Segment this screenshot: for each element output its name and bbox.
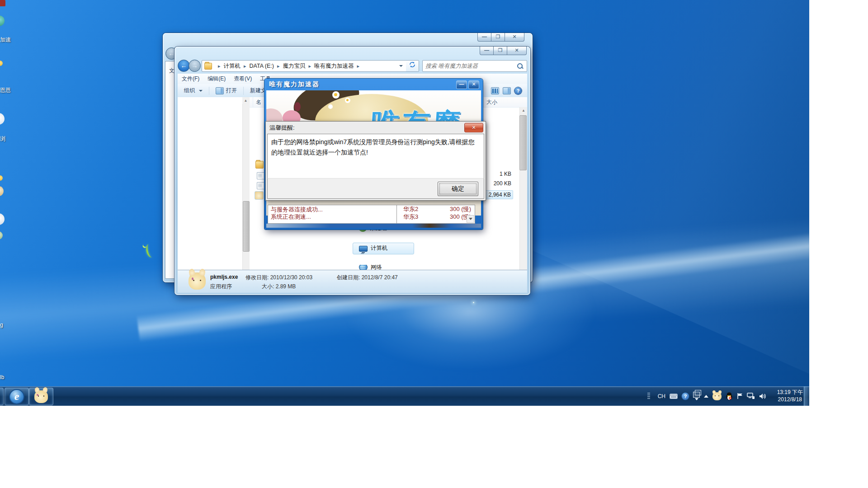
file-row-exe-icon[interactable] <box>255 191 264 200</box>
show-hidden-icons-button[interactable] <box>704 395 708 398</box>
open-button[interactable]: 打开 <box>212 85 241 96</box>
node-scroll-down-button[interactable] <box>467 215 474 223</box>
file-row-file-icon[interactable] <box>257 172 265 179</box>
show-desktop-button[interactable] <box>804 386 809 406</box>
nav-scrollbar-thumb[interactable] <box>243 201 250 252</box>
desktop-icon-partial[interactable] <box>0 175 3 181</box>
sidebar-item-network[interactable]: 网络 <box>359 265 382 270</box>
address-bar[interactable]: 计算机 DATA (E:) 魔力宝贝 唯有魔力加速器 <box>202 60 407 72</box>
desktop-icon-partial[interactable] <box>0 213 5 225</box>
desktop-icon-label[interactable]: g <box>0 322 3 328</box>
close-button[interactable]: ✕ <box>507 47 527 55</box>
minimize-icon: — <box>459 81 464 87</box>
breadcrumb-computer[interactable]: 计算机 <box>224 62 241 70</box>
breadcrumb-drive[interactable]: DATA (E:) <box>250 63 274 69</box>
maximize-button[interactable]: ❐ <box>493 47 507 55</box>
change-view-icon[interactable] <box>491 87 499 94</box>
refresh-button[interactable] <box>406 60 419 72</box>
column-header-name[interactable]: 名称 <box>253 97 266 107</box>
preview-pane-icon[interactable] <box>503 87 511 94</box>
desktop-icon-partial[interactable] <box>0 113 5 125</box>
file-row-folder-icon[interactable] <box>255 161 264 169</box>
clock-date: 2012/8/18 <box>777 396 803 403</box>
node-row[interactable]: 华东2 300 (慢) <box>397 205 475 213</box>
desktop-icon-label[interactable]: 恩恩 <box>0 86 11 94</box>
taskbar-button-accelerator[interactable] <box>29 388 53 405</box>
organize-label: 组织 <box>184 87 195 94</box>
maximize-button[interactable]: ❐ <box>491 33 505 42</box>
restore-tray-icon[interactable] <box>693 392 700 400</box>
taskbar-button-partial[interactable] <box>0 388 4 405</box>
desktop-icon-label[interactable]: lb <box>0 374 4 380</box>
minimize-button[interactable]: — <box>477 33 491 42</box>
details-type: 应用程序 <box>210 283 232 291</box>
network-tray-icon[interactable] <box>747 393 755 399</box>
sidebar-item-computer[interactable]: 计算机 <box>359 244 388 253</box>
taskbar-clock[interactable]: 13:19 下午 2012/8/18 <box>777 389 803 403</box>
hamster-tray-icon[interactable] <box>712 392 722 400</box>
desktop-icon-partial[interactable] <box>0 231 3 239</box>
keyboard-layout-icon[interactable] <box>670 394 678 399</box>
chevron-down-icon <box>199 90 203 92</box>
status-line: 系统正在测速... <box>271 213 394 221</box>
scroll-up-icon[interactable]: ▲ <box>242 97 249 104</box>
taskbar: e CH <box>0 386 809 406</box>
volume-icon[interactable] <box>759 393 766 399</box>
reminder-dialog[interactable]: 温馨提醒: ✕ 由于您的网络禁ping或win7系统没用管理员身份运行测ping… <box>265 121 486 201</box>
help-icon[interactable] <box>514 87 522 94</box>
desktop-icon-partial[interactable] <box>0 0 5 6</box>
minimize-button[interactable]: — <box>456 80 467 89</box>
close-button[interactable]: ✕ <box>468 80 479 89</box>
breadcrumb-folder[interactable]: 魔力宝贝 <box>283 62 306 70</box>
menu-item-file-partial[interactable]: 文 <box>169 67 175 75</box>
dialog-close-button[interactable]: ✕ <box>464 123 483 132</box>
organize-button[interactable]: 组织 <box>180 85 206 96</box>
node-row[interactable]: 华东3 300 (慢) <box>397 213 475 221</box>
search-box[interactable] <box>422 60 527 72</box>
desktop-icon-label[interactable]: 加速 <box>0 36 11 44</box>
qq-tray-icon[interactable] <box>726 392 733 400</box>
help-tray-icon[interactable] <box>682 393 689 400</box>
node-ping: 300 (慢) <box>450 206 471 213</box>
computer-icon <box>359 246 368 252</box>
chevron-down-icon <box>695 398 698 400</box>
close-icon: ✕ <box>472 125 476 130</box>
language-indicator[interactable]: CH <box>658 393 665 399</box>
dialog-message: 由于您的网络禁ping或win7系统没用管理员身份运行测ping失败,请根据您的… <box>271 137 478 158</box>
column-header-size[interactable]: 大小 <box>483 97 523 107</box>
breadcrumb-current-folder[interactable]: 唯有魔力加速器 <box>314 62 354 70</box>
navigation-pane <box>178 97 241 270</box>
maximize-icon: ❐ <box>496 34 500 39</box>
maximize-icon: ❐ <box>498 47 503 53</box>
taskbar-button-ie[interactable]: e <box>5 388 29 405</box>
folder-icon <box>204 63 212 70</box>
close-button[interactable]: ✕ <box>505 33 524 42</box>
action-center-flag-icon[interactable] <box>737 393 743 399</box>
menu-edit[interactable]: 编辑(E) <box>203 75 230 83</box>
search-input[interactable] <box>423 63 517 69</box>
status-line: 与服务器连接成功... <box>271 206 394 213</box>
desktop-icon-partial[interactable] <box>0 61 3 66</box>
list-scrollbar-thumb[interactable] <box>519 115 527 170</box>
minimize-button[interactable]: — <box>480 47 494 55</box>
menu-file[interactable]: 文件(F) <box>178 75 203 83</box>
desktop-icon-label[interactable]: 浏 <box>0 135 5 143</box>
refresh-icon <box>409 61 415 68</box>
address-dropdown-icon[interactable] <box>399 65 403 67</box>
internet-explorer-icon: e <box>10 390 24 404</box>
menu-view[interactable]: 查看(V) <box>230 75 256 83</box>
clock-time: 13:19 下午 <box>777 389 803 396</box>
nav-back-button[interactable]: ← <box>178 60 190 72</box>
toolbar-divider <box>243 87 244 95</box>
close-icon: ✕ <box>472 81 476 87</box>
nav-forward-button[interactable]: → <box>189 60 201 72</box>
scroll-up-icon[interactable]: ▲ <box>520 107 527 114</box>
breadcrumb-chevron-icon <box>354 63 363 69</box>
back-window-caption-buttons: — ❐ ✕ <box>478 33 524 42</box>
toolbar-divider <box>209 87 209 95</box>
ok-button[interactable]: 确定 <box>438 182 478 196</box>
desktop-icon-partial[interactable] <box>0 186 4 196</box>
file-row-file-icon[interactable] <box>257 182 265 189</box>
node-list[interactable]: 华东2 300 (慢) 华东3 300 (慢) <box>396 205 475 224</box>
desktop-icon-partial[interactable] <box>0 15 5 26</box>
